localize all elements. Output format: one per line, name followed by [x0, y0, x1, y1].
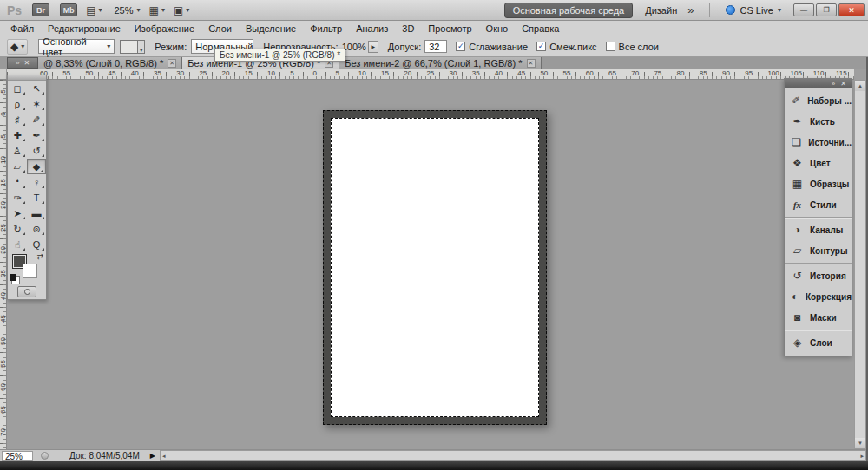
hand-tool[interactable]: ☝ — [8, 237, 27, 252]
quick-mask-button[interactable] — [17, 286, 36, 297]
arrange-documents-button[interactable]: ▦ ▾ — [149, 4, 165, 16]
eyedropper-tool[interactable]: ✎ — [27, 112, 46, 127]
path-selection-tool[interactable]: ➤ — [8, 206, 27, 221]
horizontal-scrollbar[interactable]: ◂ ▸ — [160, 450, 866, 461]
menu-item[interactable]: Анализ — [349, 21, 395, 36]
option-checkbox[interactable]: Все слои — [606, 42, 659, 52]
checkbox-icon[interactable]: ✓ — [536, 42, 546, 51]
tab-close-icon[interactable]: ✕ — [168, 59, 176, 68]
launch-bridge-button[interactable]: Br — [32, 3, 49, 16]
eraser-tool[interactable]: ▱ — [8, 159, 27, 174]
panel-collapse-icon[interactable]: » — [832, 80, 835, 88]
close-button[interactable]: ✕ — [838, 3, 865, 16]
brush-tool[interactable]: ✒ — [27, 127, 46, 143]
menu-item[interactable]: Изображение — [128, 21, 201, 36]
panel-collapse-icon[interactable]: » — [16, 59, 19, 67]
background-color-swatch[interactable] — [23, 264, 37, 278]
clone-stamp-tool[interactable]: ♙ — [8, 143, 27, 159]
vertical-scrollbar[interactable]: ▲ ▼ — [854, 80, 866, 449]
workspace-button-design[interactable]: Дизайн — [645, 5, 677, 16]
document-canvas[interactable] — [323, 110, 547, 425]
option-checkbox[interactable]: ✓Смеж.пикс — [536, 42, 596, 52]
rectangular-marquee-tool[interactable]: ◻ — [8, 81, 27, 96]
checkbox-icon[interactable]: ✓ — [456, 42, 465, 51]
paint-bucket-tool[interactable]: ◆ — [27, 159, 46, 174]
menu-item[interactable]: Фильтр — [303, 21, 349, 36]
menu-item[interactable]: Слои — [201, 21, 239, 36]
ruler-label: 100 — [767, 69, 779, 77]
menu-item[interactable]: Окно — [479, 21, 516, 36]
panel-button-channels[interactable]: ◑Каналы — [785, 219, 852, 240]
workspace-overflow-button[interactable]: » — [687, 3, 694, 16]
launch-mini-bridge-button[interactable]: Mb — [60, 3, 77, 16]
type-tool[interactable]: T — [27, 190, 46, 206]
minimize-button[interactable]: — — [793, 3, 814, 16]
workspace-button-active[interactable]: Основная рабочая среда — [504, 3, 634, 18]
status-flyout-icon[interactable]: ▶ — [150, 452, 155, 460]
menu-item[interactable]: Выделение — [239, 21, 303, 36]
toolbox-panel: ◻↖ρ✶♯✎✚✒♙↺▱◆❛♀✑T➤▬↻⊚☝Q ⇄ — [7, 75, 47, 300]
pattern-picker[interactable]: ▾ — [120, 40, 145, 54]
menu-item[interactable]: Редактирование — [41, 21, 128, 36]
cs-live-button[interactable]: CS Live ▾ — [726, 5, 781, 16]
panel-button-swatches[interactable]: ▦Образцы — [785, 173, 852, 194]
panel-close-icon[interactable]: ✕ — [23, 59, 30, 67]
panel-label: Контуры — [810, 246, 847, 256]
option-checkbox[interactable]: ✓Сглаживание — [456, 42, 528, 52]
restore-button[interactable]: ❐ — [816, 3, 837, 16]
tool-preset-picker[interactable]: ◆ ▾ — [7, 39, 28, 55]
dodge-tool[interactable]: ♀ — [27, 174, 46, 190]
panel-button-brush-presets[interactable]: ✐Наборы ... — [785, 90, 852, 111]
panel-label: Кисть — [810, 117, 835, 127]
menu-item[interactable]: Файл — [3, 21, 41, 36]
panel-close-icon[interactable]: ✕ — [840, 80, 846, 88]
screen-mode-button[interactable]: ▣ ▾ — [174, 4, 189, 16]
history-brush-tool[interactable]: ↺ — [27, 143, 46, 159]
checkbox-icon[interactable] — [606, 42, 615, 51]
panel-button-masks[interactable]: ◙Маски — [785, 307, 852, 328]
menu-item[interactable]: Справка — [515, 21, 566, 36]
tab-close-icon[interactable]: ✕ — [527, 59, 536, 68]
spot-healing-brush-tool[interactable]: ✚ — [8, 127, 27, 143]
crop-tool[interactable]: ♯ — [8, 112, 27, 127]
blur-tool[interactable]: ❛ — [8, 174, 27, 190]
zoom-tool[interactable]: Q — [27, 237, 46, 252]
scroll-right-icon[interactable]: ▸ — [860, 453, 864, 460]
document-tab[interactable]: @ 8,33% (Слой 0, RGB/8) *✕ — [38, 57, 182, 69]
menu-item[interactable]: Просмотр — [421, 21, 478, 36]
rectangle-tool[interactable]: ▬ — [27, 206, 46, 221]
ruler-label: 80 — [677, 69, 685, 77]
panel-button-color[interactable]: ❖Цвет — [785, 153, 852, 173]
magic-wand-tool[interactable]: ✶ — [27, 96, 46, 112]
document-tab[interactable]: Без имени-2 @ 66,7% (Слой 1, RGB/8) *✕ — [339, 57, 541, 69]
panel-button-history[interactable]: ↺История — [785, 265, 852, 286]
menu-bar: ФайлРедактированиеИзображениеСлоиВыделен… — [0, 21, 868, 36]
tolerance-input[interactable]: 32 — [424, 40, 447, 53]
status-zoom-input[interactable]: 25% — [2, 451, 33, 461]
zoom-level-dropdown[interactable]: 25% ▾ — [114, 5, 140, 16]
scroll-left-icon[interactable]: ◂ — [162, 453, 166, 460]
horizontal-ruler[interactable]: 6055504540353025201510505101520253035404… — [7, 69, 854, 80]
canvas-white-area[interactable] — [331, 118, 539, 417]
panel-button-layers[interactable]: ◈Слои — [785, 332, 852, 353]
panel-button-adjustments[interactable]: ◐Коррекция — [785, 286, 852, 307]
scroll-down-icon[interactable]: ▼ — [855, 438, 865, 448]
pen-tool[interactable]: ✑ — [8, 190, 27, 206]
view-extras-button[interactable]: ▤ ▾ — [86, 4, 102, 16]
menu-item[interactable]: 3D — [395, 21, 421, 36]
3d-camera-rotate-tool[interactable]: ⊚ — [27, 221, 46, 237]
lasso-tool[interactable]: ρ — [8, 96, 27, 112]
swap-colors-icon[interactable]: ⇄ — [36, 252, 43, 261]
fill-source-select[interactable]: Основной цвет ▾ — [38, 39, 115, 54]
move-tool[interactable]: ↖ — [27, 81, 46, 96]
panel-button-brush[interactable]: ✒Кисть — [785, 111, 852, 132]
opacity-slider-button[interactable]: ▶ — [368, 41, 378, 53]
default-colors-icon[interactable] — [10, 274, 16, 281]
panel-button-styles[interactable]: fxСтили — [785, 194, 852, 215]
panel-button-clone-source[interactable]: ❏Источни... — [785, 132, 852, 153]
panel-group: ◑Каналы▱Контуры — [785, 218, 852, 264]
scroll-up-icon[interactable]: ▲ — [855, 81, 865, 91]
3d-object-rotate-tool[interactable]: ↻ — [8, 221, 27, 237]
vertical-ruler[interactable]: 50510152025303540455055606570 — [0, 80, 7, 449]
panel-button-paths[interactable]: ▱Контуры — [785, 240, 852, 261]
